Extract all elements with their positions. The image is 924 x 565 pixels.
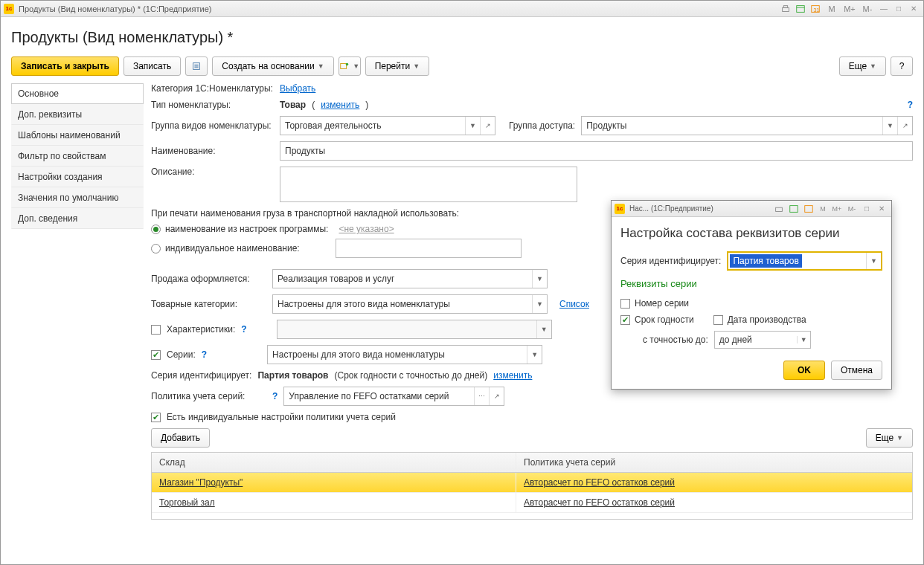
table-header-policy[interactable]: Политика учета серий (516, 453, 912, 472)
policy-input[interactable]: Управление по FEFO остатками серий ⋯ ↗ (283, 387, 504, 406)
more-label: Еще (849, 61, 867, 71)
open-icon[interactable]: ↗ (897, 117, 912, 135)
name-input[interactable]: Продукты (280, 141, 913, 161)
group-kind-input[interactable]: Торговая деятельность ▼ ↗ (280, 116, 495, 135)
individual-name-input[interactable] (336, 239, 522, 258)
description-textarea[interactable] (280, 167, 577, 202)
precision-input[interactable]: до дней ▼ (714, 331, 811, 349)
access-group-input[interactable]: Продукты ▼ ↗ (581, 116, 913, 135)
dropdown-icon[interactable]: ▼ (527, 346, 542, 364)
identifies-value: Партия товаров (730, 254, 801, 268)
memory-mplus-button[interactable]: M+ (830, 203, 844, 215)
individual-policy-label: Есть индивидуальные настройки политики у… (167, 412, 396, 422)
table-header-warehouse[interactable]: Склад (152, 453, 516, 472)
dropdown-icon[interactable]: ▼ (465, 117, 480, 135)
close-icon[interactable]: ✕ (875, 203, 888, 215)
prod-date-checkbox[interactable] (713, 315, 723, 325)
sidebar-item-property-filter[interactable]: Фильтр по свойствам (11, 146, 144, 167)
help-icon[interactable]: ? (202, 349, 207, 360)
policy-link[interactable]: Авторасчет по FEFO остатков серий (524, 497, 675, 508)
caret-down-icon: ▼ (353, 62, 359, 70)
radio-individual-name[interactable] (151, 244, 161, 254)
sale-value: Реализация товаров и услуг (273, 274, 532, 284)
categories-input[interactable]: Настроены для этого вида номенклатуры ▼ (272, 294, 548, 314)
attach-icon-button[interactable]: ▼ (339, 56, 361, 76)
print-icon[interactable] (779, 3, 792, 15)
add-button[interactable]: Добавить (151, 428, 210, 448)
dropdown-icon[interactable]: ▼ (866, 253, 881, 269)
expiry-label: Срок годности (635, 314, 694, 325)
series-checkbox[interactable] (151, 350, 161, 360)
help-icon[interactable]: ? (241, 324, 246, 335)
open-icon[interactable]: ↗ (489, 387, 504, 405)
characteristics-checkbox[interactable] (151, 325, 161, 335)
ok-button[interactable]: OK (783, 361, 825, 380)
create-based-button[interactable]: Создать на основании▼ (212, 56, 333, 76)
sidebar-item-name-templates[interactable]: Шаблоны наименований (11, 125, 144, 146)
sidebar-item-extra-info[interactable]: Доп. сведения (11, 208, 144, 229)
radio-program-name[interactable] (151, 225, 161, 234)
calendar-orange-icon[interactable] (802, 203, 815, 215)
maximize-icon[interactable]: □ (892, 3, 905, 15)
dropdown-icon[interactable]: ▼ (797, 336, 810, 343)
not-specified-link[interactable]: <не указано> (339, 224, 394, 234)
series-input[interactable]: Настроены для этого вида номенклатуры ▼ (267, 345, 542, 364)
warehouse-link[interactable]: Магазин "Продукты" (159, 477, 243, 488)
dropdown-icon[interactable]: ▼ (532, 270, 547, 288)
sidebar: Основное Доп. реквизиты Шаблоны наименов… (11, 83, 144, 520)
dropdown-icon[interactable]: ▼ (532, 295, 547, 313)
list-icon-button[interactable] (185, 56, 208, 76)
goto-button[interactable]: Перейти▼ (365, 56, 429, 76)
policy-link[interactable]: Авторасчет по FEFO остатков серий (524, 477, 675, 488)
table-more-label: Еще (876, 433, 893, 443)
save-close-button[interactable]: Записать и закрыть (11, 56, 119, 76)
table-row[interactable]: Магазин "Продукты" Авторасчет по FEFO ос… (152, 473, 912, 493)
print-icon[interactable] (772, 203, 786, 215)
table-more-button[interactable]: Еще▼ (866, 428, 913, 448)
calendar-green-icon[interactable] (787, 203, 801, 215)
category-select-link[interactable]: Выбрать (280, 83, 315, 94)
sidebar-item-creation-settings[interactable]: Настройки создания (11, 167, 144, 187)
close-icon[interactable]: ✕ (907, 3, 920, 15)
open-icon[interactable]: ↗ (480, 117, 495, 135)
dropdown-icon[interactable]: ▼ (882, 117, 897, 135)
series-number-checkbox[interactable] (620, 299, 630, 309)
more-button[interactable]: Еще▼ (839, 56, 886, 76)
policy-value: Управление по FEFO остатками серий (284, 391, 474, 401)
svg-point-11 (346, 63, 349, 66)
name-label: Наименование: (151, 146, 274, 156)
individual-policy-checkbox[interactable] (151, 413, 161, 422)
calendar-green-icon[interactable] (794, 3, 807, 15)
series-identifies-change-link[interactable]: изменить (493, 370, 532, 381)
sidebar-item-main[interactable]: Основное (11, 83, 144, 104)
svg-rect-13 (790, 205, 798, 212)
sale-input[interactable]: Реализация товаров и услуг ▼ (272, 269, 548, 288)
identifies-input[interactable]: Партия товаров ▼ (727, 251, 882, 271)
access-group-label: Группа доступа: (509, 120, 575, 131)
memory-mminus-button[interactable]: M- (859, 3, 876, 15)
memory-m-button[interactable]: M (824, 3, 840, 15)
memory-mplus-button[interactable]: M+ (841, 3, 858, 15)
sidebar-item-extra-props[interactable]: Доп. реквизиты (11, 104, 144, 125)
help-button[interactable]: ? (891, 56, 913, 76)
series-identifies-label: Серия идентифицирует: (151, 370, 251, 381)
warehouse-link[interactable]: Торговый зал (159, 497, 215, 508)
minimize-icon[interactable]: — (877, 3, 891, 15)
help-icon[interactable]: ? (272, 391, 277, 401)
prod-date-label: Дата производства (728, 314, 806, 325)
memory-mminus-button[interactable]: M- (845, 203, 859, 215)
categories-list-link[interactable]: Список (559, 299, 589, 309)
sidebar-item-defaults[interactable]: Значения по умолчанию (11, 187, 144, 208)
table-row[interactable]: Торговый зал Авторасчет по FEFO остатков… (152, 493, 912, 513)
cancel-button[interactable]: Отмена (831, 361, 882, 380)
access-group-value: Продукты (582, 120, 882, 131)
expiry-checkbox[interactable] (620, 315, 630, 325)
type-change-link[interactable]: изменить (321, 100, 359, 110)
save-button[interactable]: Записать (123, 56, 181, 76)
caret-down-icon: ▼ (870, 62, 876, 70)
ellipsis-icon[interactable]: ⋯ (474, 387, 489, 405)
memory-m-button[interactable]: M (817, 203, 829, 215)
maximize-icon[interactable]: □ (860, 203, 873, 215)
help-icon[interactable]: ? (908, 100, 913, 110)
calendar-orange-icon[interactable]: 31 (809, 3, 822, 15)
